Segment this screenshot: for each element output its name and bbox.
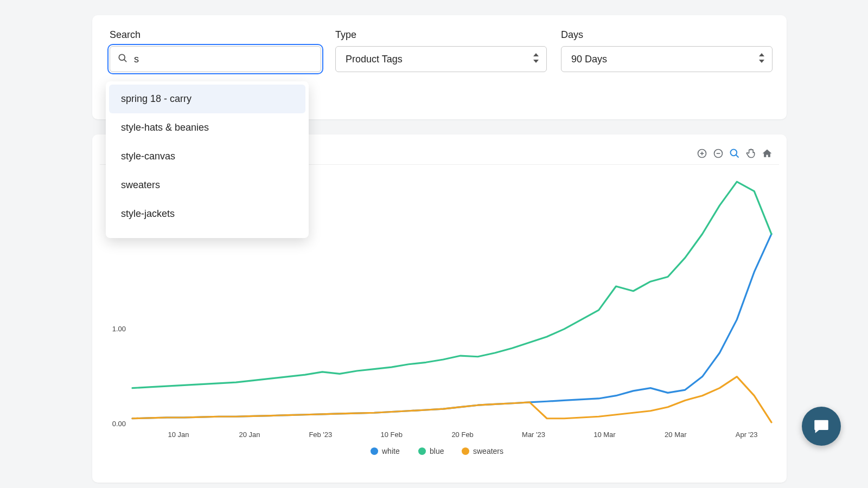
type-label: Type: [335, 29, 547, 41]
svg-text:20 Mar: 20 Mar: [665, 431, 687, 439]
suggestion-item[interactable]: sweaters: [109, 171, 305, 200]
zoom-in-icon[interactable]: [697, 148, 707, 159]
suggestion-item[interactable]: style-hats & beanies: [109, 113, 305, 142]
days-label: Days: [561, 29, 773, 41]
svg-line-8: [736, 155, 739, 157]
svg-text:1.00: 1.00: [112, 325, 126, 333]
svg-text:20 Jan: 20 Jan: [239, 431, 260, 439]
search-field: Search: [110, 29, 321, 72]
svg-text:20 Feb: 20 Feb: [451, 431, 473, 439]
filters-row: Search Type Product Tags: [110, 29, 769, 72]
svg-point-21: [371, 447, 378, 455]
suggestion-item[interactable]: style-jackets: [109, 200, 305, 228]
svg-text:10 Jan: 10 Jan: [168, 431, 189, 439]
svg-text:sweaters: sweaters: [473, 447, 503, 455]
svg-text:white: white: [381, 447, 400, 455]
svg-text:Mar '23: Mar '23: [522, 431, 545, 439]
zoom-out-icon[interactable]: [713, 148, 724, 159]
search-input[interactable]: [110, 46, 321, 72]
search-suggestions: spring 18 - carrystyle-hats & beaniessty…: [106, 81, 309, 238]
svg-text:0.00: 0.00: [112, 420, 126, 428]
chart-toolbar: [697, 148, 773, 159]
type-value: Product Tags: [346, 54, 403, 65]
type-select-wrap: Product Tags: [335, 46, 547, 72]
search-icon: [117, 53, 128, 66]
type-select[interactable]: Product Tags: [335, 46, 547, 72]
svg-point-7: [731, 149, 737, 156]
svg-text:10 Mar: 10 Mar: [593, 431, 616, 439]
svg-point-23: [418, 447, 426, 455]
svg-text:Apr '23: Apr '23: [736, 431, 758, 439]
suggestion-item[interactable]: spring 18 - carry: [109, 85, 305, 113]
chat-icon: [812, 417, 831, 435]
svg-text:blue: blue: [430, 447, 444, 455]
chat-button[interactable]: [802, 407, 841, 446]
search-input-wrap: [110, 46, 321, 72]
search-label: Search: [110, 29, 321, 41]
days-select-wrap: 90 Days: [561, 46, 773, 72]
days-select[interactable]: 90 Days: [561, 46, 773, 72]
suggestion-item[interactable]: style-canvas: [109, 142, 305, 171]
svg-point-25: [462, 447, 469, 455]
type-field: Type Product Tags: [335, 29, 547, 72]
svg-line-1: [124, 60, 126, 62]
chevron-updown-icon: [533, 53, 539, 65]
zoom-select-icon[interactable]: [729, 148, 740, 159]
chevron-updown-icon: [758, 53, 765, 65]
svg-text:Feb '23: Feb '23: [309, 431, 332, 439]
days-field: Days 90 Days: [561, 29, 773, 72]
svg-text:10 Feb: 10 Feb: [381, 431, 403, 439]
days-value: 90 Days: [571, 54, 607, 65]
home-icon[interactable]: [762, 148, 773, 159]
pan-icon[interactable]: [745, 148, 756, 159]
